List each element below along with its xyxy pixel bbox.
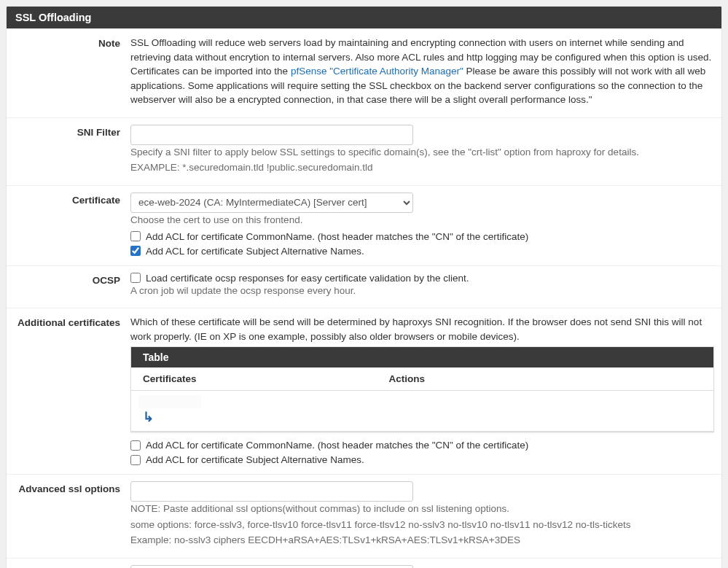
addl-acl-cn-label[interactable]: Add ACL for certificate CommonName. (hos…	[146, 440, 528, 451]
row-ocsp: OCSP Load certificate ocsp responses for…	[7, 265, 721, 308]
cert-acl-san-checkbox[interactable]	[130, 246, 141, 256]
addl-acl-cn-checkbox[interactable]	[130, 440, 141, 451]
table-body: ↳	[131, 391, 713, 432]
table-empty-cell	[138, 395, 201, 408]
col-actions: Actions	[388, 373, 702, 384]
sni-help-2: EXAMPLE: *.securedomain.tld !public.secu…	[130, 160, 714, 175]
row-note: Note SSL Offloading will reduce web serv…	[7, 28, 721, 117]
cert-acl-cn-checkbox[interactable]	[130, 231, 141, 241]
body-advanced-ssl: NOTE: Paste additional ssl options(witho…	[130, 481, 714, 549]
body-ocsp: Load certificate ocsp responses for easy…	[130, 273, 714, 300]
label-certificate: Certificate	[14, 192, 130, 208]
label-additional-certs: Additional certificates	[14, 315, 130, 330]
row-advanced-ssl: Advanced ssl options NOTE: Paste additio…	[7, 474, 721, 558]
ssl-offloading-panel: SSL Offloading Note SSL Offloading will …	[6, 6, 722, 568]
label-ocsp: OCSP	[14, 273, 130, 288]
label-note: Note	[14, 36, 130, 51]
row-advanced-cert-ssl: Advanced certificate specific ssl option…	[7, 558, 721, 568]
additional-certs-table: Table Certificates Actions ↳	[130, 346, 714, 432]
addl-acl-cn-line: Add ACL for certificate CommonName. (hos…	[130, 440, 714, 451]
label-sni: SNI Filter	[14, 125, 130, 140]
table-title: Table	[131, 347, 713, 367]
advanced-ssl-input[interactable]	[130, 481, 413, 502]
cert-acl-san-label[interactable]: Add ACL for certificate Subject Alternat…	[146, 246, 364, 257]
addl-acl-san-line: Add ACL for certificate Subject Alternat…	[130, 454, 714, 465]
adv-ssl-help-2: some options: force-sslv3, force-tlsv10 …	[130, 518, 714, 532]
pfsense-ca-manager-link[interactable]: pfSense "Certificate Authority Manager"	[291, 66, 463, 77]
advanced-cert-ssl-input[interactable]	[130, 565, 413, 568]
sni-filter-input[interactable]	[130, 125, 413, 145]
certificate-help: Choose the cert to use on this frontend.	[130, 213, 714, 227]
cert-acl-cn-label[interactable]: Add ACL for certificate CommonName. (hos…	[146, 231, 528, 242]
row-certificate: Certificate ece-web-2024 (CA: MyIntermed…	[7, 185, 721, 265]
cert-acl-san-line: Add ACL for certificate Subject Alternat…	[130, 246, 714, 257]
ocsp-help: A cron job wil update the ocsp response …	[130, 284, 714, 298]
ocsp-line: Load certificate ocsp responses for easy…	[130, 273, 714, 284]
label-advanced-ssl: Advanced ssl options	[14, 481, 130, 497]
adv-ssl-help-3: Example: no-sslv3 ciphers EECDH+aRSA+AES…	[130, 533, 714, 548]
body-note: SSL Offloading will reduce web servers l…	[130, 36, 714, 109]
ocsp-label[interactable]: Load certificate ocsp responses for easy…	[146, 273, 469, 284]
certificate-select[interactable]: ece-web-2024 (CA: MyIntermediateCA) [Ser…	[130, 192, 413, 213]
table-header-row: Certificates Actions	[131, 367, 713, 391]
ocsp-checkbox[interactable]	[130, 273, 141, 283]
addl-acl-san-label[interactable]: Add ACL for certificate Subject Alternat…	[146, 454, 364, 465]
reorder-down-icon[interactable]: ↳	[143, 410, 154, 424]
adv-ssl-help-1: NOTE: Paste additional ssl options(witho…	[130, 502, 714, 516]
body-additional-certs: Which of these certificate will be send …	[130, 315, 714, 465]
cert-acl-cn-line: Add ACL for certificate CommonName. (hos…	[130, 231, 714, 242]
body-sni: Specify a SNI filter to apply below SSL …	[130, 125, 714, 176]
body-advanced-cert-ssl: NOTE: Paste additional ssl options(witho…	[130, 565, 714, 568]
col-certificates: Certificates	[143, 373, 388, 384]
note-paragraph: SSL Offloading will reduce web servers l…	[130, 36, 714, 107]
row-sni-filter: SNI Filter Specify a SNI filter to apply…	[7, 117, 721, 185]
label-advanced-cert-ssl: Advanced certificate specific ssl option…	[14, 565, 130, 568]
additional-certs-intro: Which of these certificate will be send …	[130, 315, 714, 343]
body-certificate: ece-web-2024 (CA: MyIntermediateCA) [Ser…	[130, 192, 714, 257]
addl-acl-san-checkbox[interactable]	[130, 455, 141, 465]
sni-help-1: Specify a SNI filter to apply below SSL …	[130, 145, 714, 160]
panel-title: SSL Offloading	[7, 7, 721, 28]
row-additional-certs: Additional certificates Which of these c…	[7, 308, 721, 474]
